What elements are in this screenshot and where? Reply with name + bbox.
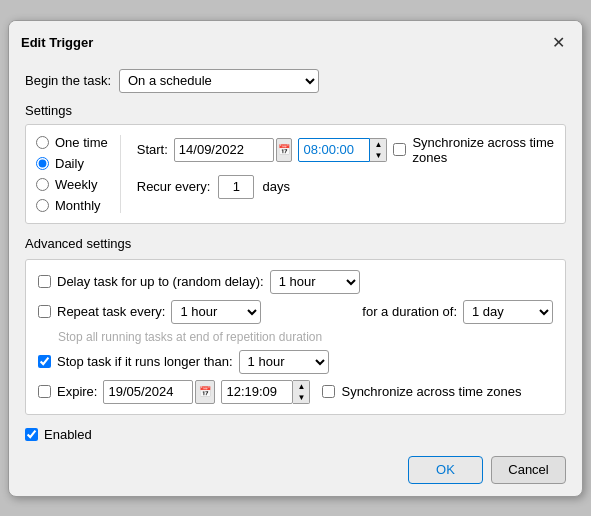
begin-task-label: Begin the task: [25,73,111,88]
stop-task-checkbox[interactable] [38,355,51,368]
repeat-task-text: Repeat task every: [57,304,165,319]
delay-task-row: Delay task for up to (random delay): 1 h… [38,270,553,294]
settings-right: Start: 📅 ▲ ▼ Synchronize across time zon… [137,135,555,213]
expire-checkbox[interactable] [38,385,51,398]
start-label: Start: [137,142,168,157]
begin-task-row: Begin the task: On a schedule [25,69,566,93]
radio-weekly[interactable]: Weekly [36,177,108,192]
settings-section: One time Daily Weekly Monthly [25,124,566,224]
title-bar: Edit Trigger ✕ [9,21,582,61]
stop-task-row: Stop task if it runs longer than: 1 hour [38,350,553,374]
repeat-task-checkbox[interactable] [38,305,51,318]
delay-task-checkbox[interactable] [38,275,51,288]
radio-daily-input[interactable] [36,157,49,170]
expire-time-spin: ▲ ▼ [293,380,310,404]
sync-label: Synchronize across time zones [412,135,555,165]
advanced-title: Advanced settings [25,236,566,251]
close-button[interactable]: ✕ [546,31,570,55]
for-duration-group: for a duration of: 1 day [362,300,553,324]
expire-date-input[interactable] [103,380,193,404]
dialog-title: Edit Trigger [21,35,93,50]
edit-trigger-dialog: Edit Trigger ✕ Begin the task: On a sche… [8,20,583,497]
stop-task-select[interactable]: 1 hour [239,350,329,374]
enabled-row: Enabled [25,427,566,442]
expire-sync-label[interactable]: Synchronize across time zones [322,384,521,399]
stop-all-label: Stop all running tasks at end of repetit… [58,330,322,344]
start-row: Start: 📅 ▲ ▼ Synchronize across time zon… [137,135,555,165]
repeat-task-label[interactable]: Repeat task every: [38,304,165,319]
expire-sync-checkbox[interactable] [322,385,335,398]
enabled-label[interactable]: Enabled [25,427,92,442]
expire-date-picker[interactable]: 📅 [195,380,215,404]
recur-unit: days [262,179,289,194]
stop-all-row: Stop all running tasks at end of repetit… [38,330,553,344]
radio-daily-label: Daily [55,156,84,171]
radio-one-time-label: One time [55,135,108,150]
sync-checkbox[interactable] [393,143,406,156]
radio-monthly-label: Monthly [55,198,101,213]
recur-input[interactable] [218,175,254,199]
radio-weekly-input[interactable] [36,178,49,191]
sync-checkbox-label[interactable]: Synchronize across time zones [393,135,555,165]
radio-one-time-input[interactable] [36,136,49,149]
time-input-group: ▲ ▼ [298,138,387,162]
repeat-task-select[interactable]: 1 hour [171,300,261,324]
recur-row: Recur every: days [137,175,555,199]
radio-daily[interactable]: Daily [36,156,108,171]
expire-row: Expire: 📅 ▲ ▼ Synchronize across time zo… [38,380,553,404]
duration-select[interactable]: 1 day [463,300,553,324]
delay-task-select[interactable]: 1 hour [270,270,360,294]
expire-text: Expire: [57,384,97,399]
enabled-text: Enabled [44,427,92,442]
button-row: OK Cancel [25,452,566,484]
expire-sync-text: Synchronize across time zones [341,384,521,399]
radio-monthly-input[interactable] [36,199,49,212]
advanced-section: Delay task for up to (random delay): 1 h… [25,259,566,415]
stop-task-label[interactable]: Stop task if it runs longer than: [38,354,233,369]
begin-task-select[interactable]: On a schedule [119,69,319,93]
expire-label[interactable]: Expire: [38,384,97,399]
duration-label: for a duration of: [362,304,457,319]
settings-title: Settings [25,103,566,118]
time-spin-down[interactable]: ▼ [370,150,386,161]
time-spin-buttons: ▲ ▼ [370,138,387,162]
expire-time-group: ▲ ▼ [221,380,310,404]
radio-monthly[interactable]: Monthly [36,198,108,213]
delay-task-text: Delay task for up to (random delay): [57,274,264,289]
schedule-radio-group: One time Daily Weekly Monthly [36,135,121,213]
expire-spin-up[interactable]: ▲ [293,381,309,392]
dialog-body: Begin the task: On a schedule Settings O… [9,61,582,496]
enabled-checkbox[interactable] [25,428,38,441]
ok-button[interactable]: OK [408,456,483,484]
expire-time-input[interactable] [221,380,293,404]
start-date-input[interactable] [174,138,274,162]
time-spin-up[interactable]: ▲ [370,139,386,150]
expire-spin-down[interactable]: ▼ [293,392,309,403]
radio-weekly-label: Weekly [55,177,97,192]
cancel-button[interactable]: Cancel [491,456,566,484]
start-time-input[interactable] [298,138,370,162]
radio-one-time[interactable]: One time [36,135,108,150]
stop-task-text: Stop task if it runs longer than: [57,354,233,369]
repeat-task-row: Repeat task every: 1 hour for a duration… [38,300,553,324]
delay-task-label[interactable]: Delay task for up to (random delay): [38,274,264,289]
date-picker-button[interactable]: 📅 [276,138,293,162]
recur-label: Recur every: [137,179,211,194]
